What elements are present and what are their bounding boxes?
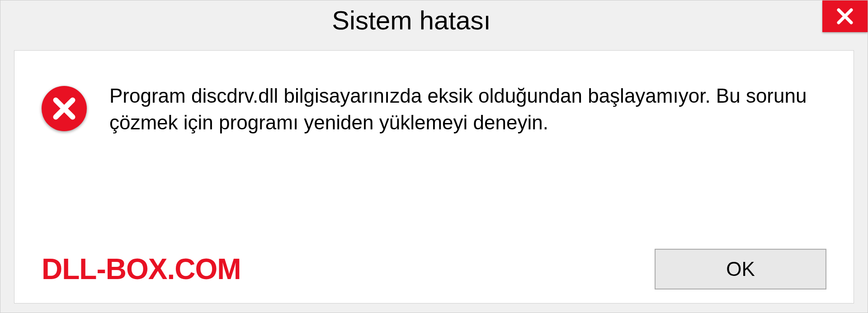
error-dialog: Sistem hatası Program discdrv.dll bilgis… [0,0,868,313]
footer-row: DLL-BOX.COM OK [42,231,826,289]
close-button[interactable] [822,0,868,32]
watermark-text: DLL-BOX.COM [42,252,241,286]
content-panel: Program discdrv.dll bilgisayarınızda eks… [14,50,854,304]
ok-button-label: OK [726,258,755,280]
error-icon [42,86,87,131]
close-icon [835,7,854,26]
title-bar: Sistem hatası [0,0,868,46]
error-message: Program discdrv.dll bilgisayarınızda eks… [109,82,826,136]
dialog-title: Sistem hatası [0,0,822,35]
ok-button[interactable]: OK [655,249,826,289]
message-row: Program discdrv.dll bilgisayarınızda eks… [42,82,826,136]
